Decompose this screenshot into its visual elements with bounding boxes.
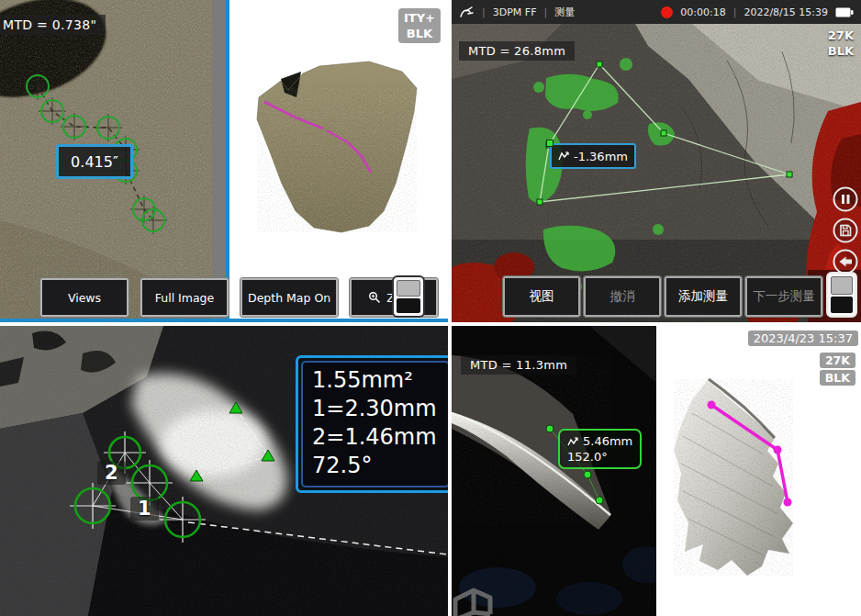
full-image-label: Full Image — [155, 291, 215, 305]
toggle-top-half — [397, 280, 420, 297]
pointcloud-view[interactable] — [452, 326, 861, 616]
separator: | — [733, 6, 737, 18]
softkey-row: 视图 撤消 添加测量 下一步测量 — [503, 276, 822, 317]
add-measure-label: 添加测量 — [678, 288, 728, 305]
result-d1: 1=2.30mm — [312, 395, 437, 423]
separator: | — [543, 6, 547, 18]
result-angle: 72.5° — [312, 452, 437, 480]
datetime-badge: 2023/4/23 15:37 — [748, 330, 858, 346]
image-mode-text: 27K BLK — [828, 28, 854, 59]
brand-logo-icon — [459, 6, 475, 18]
mtd-label: MTD = 0.738" — [0, 15, 106, 35]
views-label: 视图 — [530, 288, 554, 305]
back-button[interactable] — [833, 249, 858, 274]
undo-button[interactable]: 撤消 — [584, 276, 661, 317]
status-bar: | 3DPM FF | 测量 00:00:18 | 2022/8/15 15:3… — [452, 0, 861, 24]
pause-icon — [842, 195, 844, 204]
mode-label: 3DPM FF — [493, 6, 537, 18]
result-d2: 2=1.46mm — [312, 423, 437, 452]
mtd-label: MTD = 26.8mm — [459, 41, 575, 61]
panel-depth-profile: MTD = 0.738" 0.415″ ITY+ BLK Views Full … — [0, 0, 448, 322]
defect-patches — [526, 58, 675, 296]
magnifier-icon — [368, 291, 381, 304]
triangle-markers[interactable] — [190, 402, 274, 481]
badge-line2: BLK — [404, 26, 435, 41]
depth-map-label: Depth Map On — [248, 291, 330, 305]
panel-area-depth-result: 2 1 1.55mm² 1=2.30mm 2=1.46mm 72.5° — [0, 326, 448, 616]
views-label: Views — [68, 291, 101, 305]
depth-value: -1.36mm — [574, 150, 628, 163]
corner-line2: BLK — [828, 43, 854, 59]
cursor-label-2: 2 — [97, 461, 126, 485]
panel-area-measurement: | 3DPM FF | 测量 00:00:18 | 2022/8/15 15:3… — [452, 0, 861, 322]
corner-badge-27k: 27K — [820, 353, 855, 368]
screen-label: 测量 — [554, 6, 575, 19]
pause-button[interactable] — [833, 186, 858, 212]
split-screen-toggle[interactable] — [392, 275, 425, 318]
triangle-dashed-lines — [196, 409, 268, 476]
image-mode-badge: ITY+ BLK — [398, 8, 441, 43]
corner-badge-blk: BLK — [820, 370, 855, 386]
datetime-label: 2022/8/15 15:39 — [744, 6, 828, 18]
cursor-label-1: 1 — [130, 497, 159, 521]
cursor-crosshairs — [70, 431, 206, 543]
corner-line1: 27K — [828, 28, 854, 43]
split-screen-toggle[interactable] — [826, 272, 857, 318]
record-indicator-icon — [661, 6, 673, 18]
depth-value-label[interactable]: 0.415″ — [56, 144, 133, 179]
panel-length-angle: MTD = 11.3mm 5.46mm 152.0° — [452, 326, 861, 616]
active-cursor-marker — [547, 140, 553, 146]
toggle-bottom-half — [831, 297, 853, 313]
badge-line1: ITY+ — [404, 10, 435, 26]
separator: | — [482, 6, 486, 18]
toggle-bottom-half — [397, 298, 420, 313]
next-measure-button[interactable]: 下一步测量 — [745, 276, 822, 317]
reference-dashed-line — [188, 522, 448, 554]
side-controls — [833, 186, 858, 274]
bottom-accent-line — [0, 319, 448, 322]
battery-icon — [835, 7, 854, 17]
measure-type-icon — [558, 151, 570, 162]
save-button[interactable] — [833, 218, 858, 243]
add-measure-button[interactable]: 添加测量 — [665, 276, 742, 317]
softkey-row: Views Full Image Depth Map On Zoom — [40, 278, 438, 317]
views-button[interactable]: 视图 — [503, 276, 580, 317]
result-box[interactable]: 1.55mm² 1=2.30mm 2=1.46mm 72.5° — [296, 355, 448, 493]
record-time: 00:00:18 — [680, 6, 725, 18]
views-button[interactable]: Views — [40, 278, 129, 317]
result-area: 1.55mm² — [312, 366, 437, 395]
undo-label: 撤消 — [610, 288, 635, 305]
toggle-top-half — [831, 276, 853, 295]
depth-map-button[interactable]: Depth Map On — [240, 278, 338, 317]
next-measure-label: 下一步测量 — [753, 288, 815, 305]
depth-value-label[interactable]: -1.36mm — [550, 143, 636, 169]
full-image-button[interactable]: Full Image — [140, 278, 229, 317]
